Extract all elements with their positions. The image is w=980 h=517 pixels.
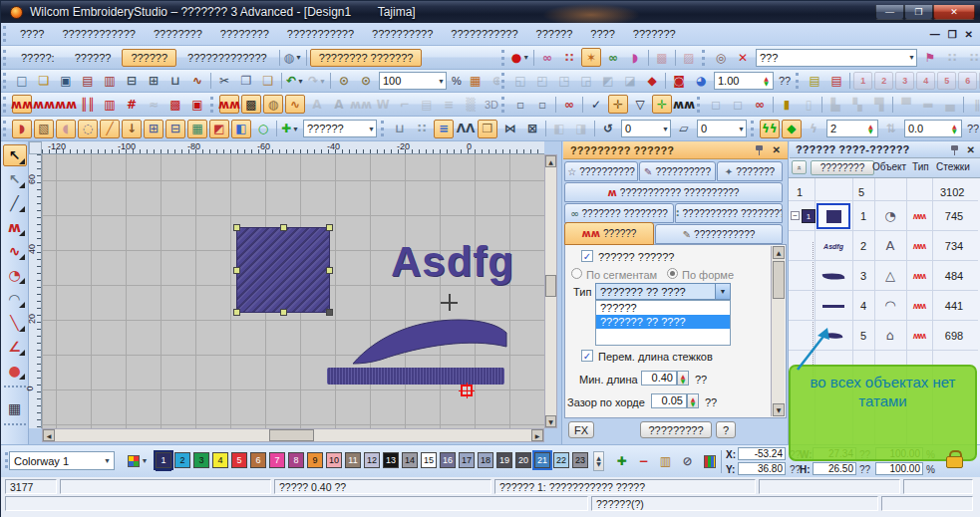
color-swatch-17[interactable]: 17: [459, 452, 475, 468]
color-swatch-12[interactable]: 12: [364, 452, 380, 468]
select-tool[interactable]: ↖: [3, 144, 27, 166]
mirror-merge-icon[interactable]: ⋈: [500, 120, 520, 138]
length-range-icon[interactable]: ⇅: [881, 120, 901, 138]
machine-3d-icon[interactable]: ⊔: [390, 120, 410, 138]
tatami-effect-icon[interactable]: ▩: [241, 95, 261, 114]
mirror-box-icon[interactable]: ⊠: [522, 120, 542, 138]
distribute-h-icon[interactable]: ∥: [967, 95, 980, 114]
sew-simulate-icon[interactable]: ∿: [187, 72, 207, 91]
needle-drop-icon[interactable]: ↓: [122, 120, 142, 138]
steps-icon[interactable]: ⌐: [395, 95, 415, 114]
panel-close-icon[interactable]: ✕: [773, 144, 781, 155]
offset-spin[interactable]: 1.00▲▼: [714, 72, 774, 90]
tab-fill-active[interactable]: ʍʍ ??????: [564, 222, 654, 245]
chart-shapes-icon[interactable]: ◧: [231, 120, 251, 138]
thread-cylinder-button[interactable]: ▥: [655, 451, 676, 471]
bitmap-icon[interactable]: ▦: [466, 72, 486, 91]
toolbar-grip[interactable]: [796, 73, 801, 89]
lines-icon[interactable]: ≡: [439, 95, 459, 114]
menu-item[interactable]: ????: [581, 25, 623, 43]
rotate-angle-input[interactable]: 0▼: [621, 120, 671, 137]
bead-pink-icon[interactable]: ◗: [625, 48, 645, 67]
align-middle-icon[interactable]: ▬: [918, 95, 938, 114]
memory-slot-5[interactable]: 5: [937, 72, 956, 90]
add-node-icon[interactable]: ✛: [652, 95, 672, 114]
remove-color-button[interactable]: −: [633, 451, 654, 471]
dropdown-arrow-icon[interactable]: ▼: [662, 126, 669, 132]
satin-icon[interactable]: ║║: [78, 95, 98, 114]
toolbar-text-button-2[interactable]: ??????: [66, 49, 121, 67]
motif-fill-icon[interactable]: ▣: [187, 95, 207, 114]
align-bottom-icon[interactable]: ▄: [940, 95, 960, 114]
selection-handle[interactable]: [233, 267, 240, 274]
spinner-buttons[interactable]: ▲▼: [949, 124, 960, 133]
spinner-buttons[interactable]: ▲▼: [865, 124, 876, 133]
unlock-icon[interactable]: ▯: [799, 95, 818, 114]
palette-scroll-spinner[interactable]: ▲▼: [593, 451, 604, 471]
toolbar-grip[interactable]: [3, 121, 8, 136]
dropdown-arrow-icon[interactable]: ▼: [292, 126, 299, 132]
dropdown-arrow-icon[interactable]: ▼: [522, 54, 529, 61]
fill-leaf-icon[interactable]: ◗: [12, 120, 32, 138]
vscroll-thumb[interactable]: [545, 275, 556, 297]
memory-slot-2[interactable]: 2: [874, 72, 893, 90]
tab-favorites[interactable]: ☆ ??????????: [564, 161, 638, 181]
shapes-icon[interactable]: ◩: [209, 120, 229, 138]
toolbar-grip[interactable]: [702, 50, 707, 66]
fx-button[interactable]: FX: [568, 421, 594, 438]
color-swatch-16[interactable]: 16: [440, 452, 456, 468]
memory-slot-3[interactable]: 3: [895, 72, 914, 90]
toolbar-grip[interactable]: [751, 121, 756, 136]
menu-item[interactable]: ????????????: [53, 25, 144, 43]
color-swatch-13[interactable]: 13: [383, 452, 399, 468]
freehand-curve-tool[interactable]: ∿: [3, 240, 27, 262]
link-pink-icon[interactable]: ∞: [537, 48, 557, 67]
color-swatch-3[interactable]: 3: [193, 452, 209, 468]
toolbar-text-button-5[interactable]: ???????? ???????: [310, 49, 423, 67]
ring-green-icon[interactable]: ○: [253, 120, 273, 138]
proportional-lock-icon[interactable]: [946, 450, 962, 467]
help-button[interactable]: ?: [716, 421, 736, 438]
color-group-summary-row[interactable]: 1 5 3102: [789, 184, 978, 201]
node-line-icon[interactable]: ╱: [100, 120, 120, 138]
swoosh-object[interactable]: [351, 316, 510, 368]
selection-handle[interactable]: [326, 309, 333, 316]
color-swatch-9[interactable]: 9: [307, 452, 323, 468]
thread-chart-button[interactable]: [699, 451, 720, 471]
color-swatch-22[interactable]: 22: [553, 452, 569, 468]
stamp-yellow-icon[interactable]: ▤: [805, 72, 824, 91]
variable-length-checkbox[interactable]: ✓: [581, 350, 593, 362]
scale-h-input[interactable]: 100.00: [875, 462, 923, 475]
length-spin[interactable]: 0.0▲▼: [904, 120, 962, 137]
pull-comp-icon[interactable]: ◆: [782, 120, 802, 138]
dropdown-arrow-icon[interactable]: ▼: [295, 54, 302, 61]
h-input[interactable]: 26.50: [813, 462, 856, 475]
align-right-icon[interactable]: ▜: [869, 95, 889, 114]
apply-button[interactable]: ?????????: [640, 421, 712, 438]
table-icon[interactable]: ⊟: [165, 120, 185, 138]
dropdown-item[interactable]: ??????? ?? ????: [596, 315, 730, 329]
stemstitch-icon[interactable]: ʍʍ: [56, 95, 76, 114]
dropdown-arrow-icon[interactable]: ▼: [101, 457, 114, 464]
skew-icon[interactable]: ▱: [674, 120, 694, 138]
weld-c-icon[interactable]: ◳: [554, 72, 574, 91]
tatami-grid-icon[interactable]: #: [122, 95, 142, 114]
object-thumbnail[interactable]: [817, 293, 850, 319]
align-top-icon[interactable]: ▀: [896, 95, 916, 114]
x-input[interactable]: -53.24: [738, 447, 786, 460]
canvas-horizontal-scrollbar[interactable]: ◀ ▶: [42, 428, 544, 442]
tatami-icon[interactable]: ▩: [165, 95, 185, 114]
dropdown-arrow-icon[interactable]: ▼: [319, 78, 326, 85]
scroll-right-icon[interactable]: ▶: [531, 429, 543, 441]
dropdown-arrow-icon[interactable]: ▼: [738, 126, 745, 132]
knife-tool[interactable]: ╱: [3, 192, 27, 214]
dropdown-arrow-icon[interactable]: ▼: [368, 126, 375, 132]
auto-spacing-checkbox[interactable]: ✓: [581, 250, 593, 262]
menu-item[interactable]: ??????????: [363, 25, 442, 43]
toolbar-grip[interactable]: [210, 97, 215, 113]
chord-gap-input[interactable]: 0.05: [651, 393, 687, 408]
chain-red-icon[interactable]: ∞: [750, 95, 770, 114]
skew-angle-input[interactable]: 0▼: [697, 120, 747, 137]
toolbar-text-button-4[interactable]: ?????????????: [178, 49, 276, 67]
color-swatch-23[interactable]: 23: [572, 452, 588, 468]
